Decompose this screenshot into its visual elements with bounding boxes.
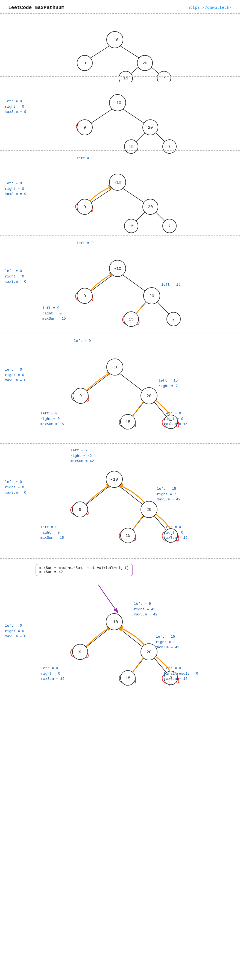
section-3: left = 9 left = 0right = 0maxSum = 9 -10…: [0, 150, 240, 235]
tree-svg-1: -10 9 20 15 7: [0, 19, 240, 82]
svg-text:15: 15: [125, 676, 130, 681]
ann-s7-node20: left = 15right = 7maxSum = 42: [156, 634, 179, 650]
page-url: https://dbwu.tech/: [188, 5, 232, 10]
svg-text:15: 15: [129, 317, 134, 322]
tree-svg-6: -10 9 20 15 7: [0, 449, 240, 564]
ann-s4-node15: left = 0right = 0maxSum = 15: [43, 305, 66, 321]
svg-text:-10: -10: [111, 365, 118, 370]
ann-s7-node9: left = 0right = 0maxSum = 0: [5, 623, 26, 639]
section-5: left = 9 left = 0right = 0maxSum = 0 lef…: [0, 334, 240, 443]
section-6: left = 9right = 42maxSum = 42 left = 0ri…: [0, 443, 240, 558]
ann-s3-top: left = 9: [77, 156, 93, 161]
tree-svg-7: -10 9 20 15 7: [0, 564, 240, 704]
section-4: left = 9 left = 0right = 0maxSum = 0 lef…: [0, 235, 240, 334]
tree-svg-2: -10 9 20 15 7: [0, 82, 240, 156]
svg-text:9: 9: [84, 294, 86, 299]
svg-text:7: 7: [172, 317, 175, 322]
ann-s6-node9: left = 0right = 0maxSum = 0: [5, 479, 26, 495]
svg-text:9: 9: [84, 61, 86, 66]
svg-text:-10: -10: [111, 38, 118, 43]
ann-s7-root: left = 9right = 42maxSum = 42: [134, 601, 158, 617]
svg-text:9: 9: [84, 126, 86, 130]
ann-s7-node15: left = 0right = 0maxSum = 15: [41, 665, 65, 682]
svg-text:-10: -10: [111, 477, 118, 482]
ann-s5-node15: left = 0right = 0maxSum = 15: [41, 411, 64, 427]
svg-text:15: 15: [129, 224, 134, 229]
section-7: maxSum = max(*maxSum, root.Val+left+righ…: [0, 558, 240, 698]
ann-s4-left: left = 0right = 0maxSum = 0: [5, 269, 26, 285]
svg-text:9: 9: [79, 394, 82, 399]
ann-s5-node9: left = 0right = 0maxSum = 0: [5, 367, 26, 383]
svg-text:20: 20: [148, 205, 153, 210]
svg-text:20: 20: [149, 294, 154, 299]
svg-text:15: 15: [129, 145, 134, 149]
svg-text:20: 20: [147, 650, 152, 655]
ann-s4-node20: left = 15: [161, 282, 180, 288]
svg-text:-10: -10: [111, 620, 118, 624]
tree-svg-4: -10 9 20 15 7: [0, 241, 240, 340]
tree-svg-3: -10 9 20 15 7: [0, 156, 240, 241]
svg-text:9: 9: [84, 205, 86, 210]
svg-text:20: 20: [147, 508, 152, 512]
svg-text:-10: -10: [114, 101, 121, 105]
tree-svg-5: -10 9 20 15 7: [0, 340, 240, 449]
ann-s6-top: left = 9right = 42maxSum = 42: [71, 448, 94, 464]
svg-text:7: 7: [168, 224, 171, 229]
svg-text:20: 20: [148, 126, 153, 130]
ann-s6-node7: left = 0right = 0maxSum = 15: [164, 525, 188, 541]
ann-s3-left: left = 0right = 0maxSum = 9: [5, 181, 26, 197]
section-1: -10 9 20 15 7: [0, 13, 240, 76]
ann-s5-node20: left = 15right = 7: [158, 378, 178, 389]
svg-text:-10: -10: [114, 267, 121, 271]
page-header: LeetCode maxPathSum https://dbwu.tech/: [0, 0, 240, 13]
section-2: left = 0right = 0maxSum = 9 -10 9 20 15 …: [0, 76, 240, 150]
ann-s7-node7: left = 0Final result = 0maxSum = 15: [164, 665, 198, 682]
svg-text:9: 9: [79, 650, 81, 655]
ann-s5-node7: left = 0right = 0maxSum = 15: [164, 411, 188, 427]
svg-text:-10: -10: [114, 180, 121, 185]
ann-s6-node20: left = 15right = 7maxSum = 42: [157, 486, 180, 502]
svg-text:20: 20: [147, 394, 152, 399]
page-title: LeetCode maxPathSum: [8, 5, 64, 10]
svg-text:7: 7: [168, 145, 171, 149]
svg-text:9: 9: [79, 508, 81, 512]
ann-s4-top: left = 9: [77, 240, 93, 246]
svg-text:20: 20: [142, 61, 147, 66]
ann-s2-left: left = 0right = 0maxSum = 9: [5, 99, 26, 115]
svg-text:15: 15: [125, 420, 130, 425]
ann-s6-node15: left = 0right = 0maxSum = 15: [41, 525, 64, 541]
formula-box: maxSum = max(*maxSum, root.Val+left+righ…: [36, 564, 133, 576]
ann-s5-top: left = 9: [74, 338, 91, 344]
svg-text:15: 15: [125, 533, 130, 538]
